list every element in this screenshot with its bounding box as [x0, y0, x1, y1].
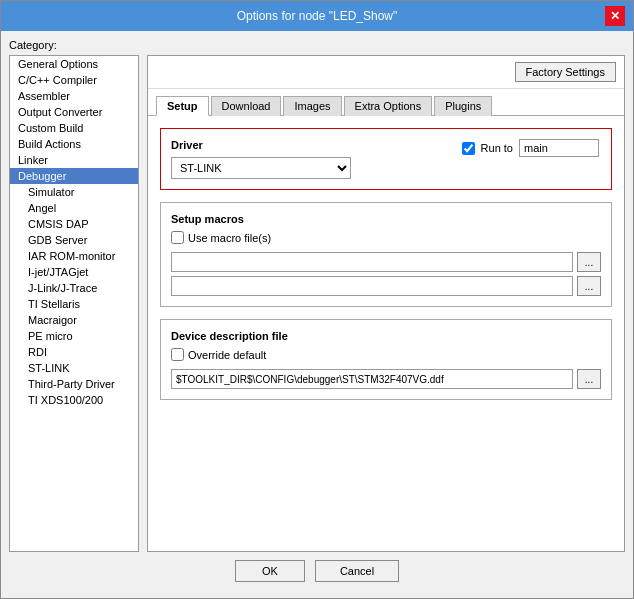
- sidebar-item-2[interactable]: Assembler: [10, 88, 138, 104]
- device-path-row: ...: [171, 369, 601, 389]
- sidebar-item-9[interactable]: Angel: [10, 200, 138, 216]
- use-macro-checkbox[interactable]: [171, 231, 184, 244]
- sidebar-item-11[interactable]: GDB Server: [10, 232, 138, 248]
- tab-plugins[interactable]: Plugins: [434, 96, 492, 116]
- sidebar-item-0[interactable]: General Options: [10, 56, 138, 72]
- sidebar-item-10[interactable]: CMSIS DAP: [10, 216, 138, 232]
- setup-macros-label: Setup macros: [171, 213, 601, 225]
- sidebar-item-8[interactable]: Simulator: [10, 184, 138, 200]
- content-panel: Factory Settings SetupDownloadImagesExtr…: [147, 55, 625, 552]
- sidebar-item-6[interactable]: Linker: [10, 152, 138, 168]
- sidebar-item-15[interactable]: TI Stellaris: [10, 296, 138, 312]
- macro-row-2: ...: [171, 276, 601, 296]
- macro-input-2[interactable]: [171, 276, 573, 296]
- macro-input-1[interactable]: [171, 252, 573, 272]
- macro-browse-1[interactable]: ...: [577, 252, 601, 272]
- macro-row-1: ...: [171, 252, 601, 272]
- device-path-input[interactable]: [171, 369, 573, 389]
- sidebar-item-1[interactable]: C/C++ Compiler: [10, 72, 138, 88]
- tab-images[interactable]: Images: [283, 96, 341, 116]
- tab-download[interactable]: Download: [211, 96, 282, 116]
- macro-inputs: ... ...: [171, 252, 601, 296]
- factory-settings-button[interactable]: Factory Settings: [515, 62, 616, 82]
- device-description-label: Device description file: [171, 330, 601, 342]
- tabs-bar: SetupDownloadImagesExtra OptionsPlugins: [148, 89, 624, 116]
- override-row: Override default: [171, 348, 601, 361]
- sidebar-item-7[interactable]: Debugger: [10, 168, 138, 184]
- device-description-section: Device description file Override default…: [160, 319, 612, 400]
- macro-browse-2[interactable]: ...: [577, 276, 601, 296]
- sidebar-item-21[interactable]: TI XDS100/200: [10, 392, 138, 408]
- override-label: Override default: [188, 349, 266, 361]
- sidebar-item-20[interactable]: Third-Party Driver: [10, 376, 138, 392]
- main-area: General OptionsC/C++ CompilerAssemblerOu…: [9, 55, 625, 552]
- run-to-input[interactable]: [519, 139, 599, 157]
- sidebar-item-18[interactable]: RDI: [10, 344, 138, 360]
- sidebar: General OptionsC/C++ CompilerAssemblerOu…: [9, 55, 139, 552]
- close-button[interactable]: ✕: [605, 6, 625, 26]
- cancel-button[interactable]: Cancel: [315, 560, 399, 582]
- setup-macros-section: Setup macros Use macro file(s) ...: [160, 202, 612, 307]
- sidebar-item-12[interactable]: IAR ROM-monitor: [10, 248, 138, 264]
- title-bar: Options for node "LED_Show" ✕: [1, 1, 633, 31]
- window-title: Options for node "LED_Show": [29, 9, 605, 23]
- sidebar-item-14[interactable]: J-Link/J-Trace: [10, 280, 138, 296]
- run-to-label: Run to: [481, 142, 513, 154]
- tab-setup[interactable]: Setup: [156, 96, 209, 116]
- sidebar-item-16[interactable]: Macraigor: [10, 312, 138, 328]
- driver-select[interactable]: ST-LINKSimulatorAngelCMSIS DAPGDB Server: [171, 157, 351, 179]
- use-macro-label: Use macro file(s): [188, 232, 271, 244]
- run-to-checkbox[interactable]: [462, 142, 475, 155]
- sidebar-item-17[interactable]: PE micro: [10, 328, 138, 344]
- window-body: Category: General OptionsC/C++ CompilerA…: [1, 31, 633, 598]
- sidebar-item-3[interactable]: Output Converter: [10, 104, 138, 120]
- category-label: Category:: [9, 39, 625, 51]
- override-checkbox[interactable]: [171, 348, 184, 361]
- run-to-row: Run to: [462, 139, 599, 157]
- content-body: Driver ST-LINKSimulatorAngelCMSIS DAPGDB…: [148, 116, 624, 551]
- sidebar-item-19[interactable]: ST-LINK: [10, 360, 138, 376]
- device-browse-button[interactable]: ...: [577, 369, 601, 389]
- driver-section: Driver ST-LINKSimulatorAngelCMSIS DAPGDB…: [160, 128, 612, 190]
- use-macro-row: Use macro file(s): [171, 231, 601, 244]
- sidebar-item-4[interactable]: Custom Build: [10, 120, 138, 136]
- tab-extra-options[interactable]: Extra Options: [344, 96, 433, 116]
- sidebar-item-5[interactable]: Build Actions: [10, 136, 138, 152]
- main-window: Options for node "LED_Show" ✕ Category: …: [0, 0, 634, 599]
- sidebar-item-13[interactable]: I-jet/JTAGjet: [10, 264, 138, 280]
- bottom-buttons: OK Cancel: [9, 552, 625, 590]
- ok-button[interactable]: OK: [235, 560, 305, 582]
- top-bar: Factory Settings: [148, 56, 624, 89]
